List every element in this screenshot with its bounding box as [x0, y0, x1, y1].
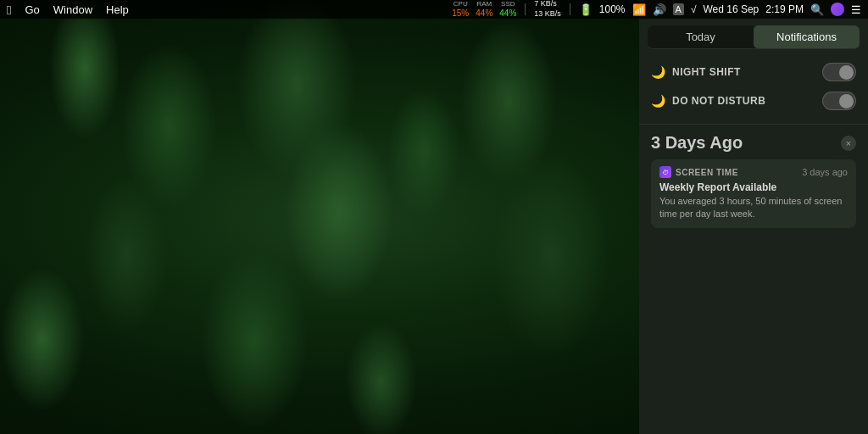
night-shift-icon: 🌙: [651, 65, 665, 79]
menubar-right: CPU 15% RAM 44% SSD 44% 7 KB/s 13 KB/s 🔋…: [452, 0, 861, 19]
ram-stat: RAM 44%: [476, 1, 492, 18]
close-icon: ×: [846, 138, 851, 148]
night-shift-left: 🌙 NIGHT SHIFT: [651, 65, 741, 79]
section-close-button[interactable]: ×: [841, 136, 856, 151]
network-down: 13 KB/s: [534, 9, 561, 19]
cpu-stat: CPU 15%: [452, 1, 469, 18]
cpu-label: CPU: [453, 1, 468, 8]
ram-label: RAM: [476, 1, 492, 8]
section-date: 3 Days Ago: [651, 133, 743, 153]
dnd-toggle[interactable]: [822, 92, 856, 110]
separator-1: [525, 3, 526, 15]
network-up: 7 KB/s: [534, 0, 561, 9]
dnd-left: 🌙 DO NOT DISTURB: [651, 94, 765, 108]
app-name: SCREEN TIME: [676, 168, 738, 177]
toggle-section: 🌙 NIGHT SHIFT 🌙 DO NOT DISTURB: [639, 49, 868, 125]
ssd-value: 44%: [499, 8, 516, 18]
dnd-icon: 🌙: [651, 94, 665, 108]
network-stats: 7 KB/s 13 KB/s: [534, 0, 561, 19]
night-shift-label: NIGHT SHIFT: [672, 66, 741, 78]
section-header: 3 Days Ago ×: [651, 133, 856, 153]
night-shift-row: 🌙 NIGHT SHIFT: [651, 58, 856, 86]
menubar-left:  Go Window Help: [7, 3, 129, 17]
notif-app-row: ⏱ SCREEN TIME 3 days ago: [659, 166, 848, 178]
app-icon-screen-time: ⏱: [659, 166, 671, 178]
battery-icon: 🔋: [579, 3, 593, 16]
notif-time: 3 days ago: [802, 167, 848, 177]
menubar-time: 2:19 PM: [765, 3, 804, 15]
menu-window[interactable]: Window: [53, 3, 92, 16]
screen-time-icon: ⏱: [662, 169, 669, 176]
cpu-value: 15%: [452, 8, 469, 18]
notif-body: You averaged 3 hours, 50 minutes of scre…: [659, 195, 848, 221]
dnd-label: DO NOT DISTURB: [672, 95, 765, 107]
notif-app-left: ⏱ SCREEN TIME: [659, 166, 738, 178]
menu-lines-icon[interactable]: ☰: [851, 3, 861, 16]
menu-help[interactable]: Help: [106, 3, 129, 16]
volume-icon[interactable]: 🔊: [653, 3, 666, 16]
keyboard-icon[interactable]: A: [673, 3, 684, 15]
bluetooth-icon[interactable]: √: [691, 3, 697, 15]
menubar-date: Wed 16 Sep: [703, 3, 759, 15]
wifi-icon[interactable]: 📶: [632, 3, 646, 16]
search-icon[interactable]: 🔍: [810, 3, 824, 16]
user-avatar[interactable]: [831, 3, 844, 16]
separator-2: [570, 3, 570, 15]
apple-menu[interactable]: : [7, 3, 11, 17]
notif-title: Weekly Report Available: [659, 181, 848, 193]
ram-value: 44%: [476, 8, 492, 18]
notification-panel: Today Notifications 🌙 NIGHT SHIFT 🌙 DO N…: [639, 0, 868, 434]
panel-tabs: Today Notifications: [648, 25, 860, 49]
menu-go[interactable]: Go: [25, 3, 39, 16]
tab-notifications[interactable]: Notifications: [754, 25, 860, 48]
ssd-stat: SSD 44%: [499, 1, 516, 18]
notification-card[interactable]: ⏱ SCREEN TIME 3 days ago Weekly Report A…: [651, 159, 856, 228]
night-shift-toggle[interactable]: [822, 63, 856, 81]
tab-today[interactable]: Today: [648, 25, 754, 48]
ssd-label: SSD: [501, 1, 515, 8]
battery-percent: 100%: [599, 3, 626, 15]
menubar:  Go Window Help CPU 15% RAM 44% SSD 44%…: [0, 0, 868, 19]
dnd-row: 🌙 DO NOT DISTURB: [651, 86, 856, 115]
notification-section: 3 Days Ago × ⏱ SCREEN TIME 3 days ago We…: [639, 125, 868, 228]
